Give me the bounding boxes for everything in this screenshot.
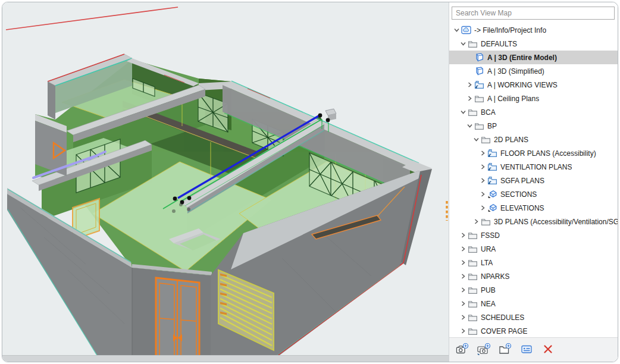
chevron-icon[interactable] <box>459 40 467 48</box>
tree-row-11[interactable]: SGFA PLANS <box>449 174 618 187</box>
3d-view-icon <box>474 67 484 76</box>
project-cloud-icon <box>461 26 471 34</box>
chevron-icon[interactable] <box>459 245 467 253</box>
3d-view-icon <box>474 53 484 62</box>
chevron-icon[interactable] <box>479 204 487 212</box>
tree-item-label: A | 3D (Entire Model) <box>487 54 557 62</box>
tree-row-9[interactable]: FLOOR PLANS (Accessibility) <box>449 146 618 160</box>
folder-icon <box>468 313 478 322</box>
chevron-icon[interactable] <box>472 136 480 143</box>
tree-row-13[interactable]: ELEVATIONS <box>449 201 618 215</box>
tree-item-label: 3D PLANS (Accessibility/Ventilation/SGFA… <box>494 218 618 226</box>
chevron-icon[interactable] <box>472 218 480 225</box>
chevron-icon[interactable] <box>459 231 467 239</box>
folder-icon <box>468 231 478 240</box>
tree-row-21[interactable]: SCHEDULES <box>449 310 618 324</box>
chevron-icon[interactable] <box>466 81 474 89</box>
view-map-panel: -> File/Info/Project Info DEFAULTS A | 3… <box>449 2 618 362</box>
chevron-icon[interactable] <box>459 286 467 294</box>
chevron-icon[interactable] <box>459 108 467 116</box>
tree-row-7[interactable]: BP <box>449 119 618 133</box>
delete-button[interactable] <box>540 342 556 357</box>
red-guideline <box>6 7 178 30</box>
tree-row-12[interactable]: SECTIONS <box>449 187 618 201</box>
chevron-icon <box>466 54 474 61</box>
red-x-icon <box>543 344 553 356</box>
tree-row-1[interactable]: DEFAULTS <box>449 37 618 51</box>
tree-row-22[interactable]: COVER PAGE <box>449 324 618 337</box>
tree-row-14[interactable]: 3D PLANS (Accessibility/Ventilation/SGFA… <box>449 215 618 228</box>
folder-icon <box>474 94 484 103</box>
add-current-view-button[interactable] <box>454 342 471 357</box>
building-model <box>7 54 447 359</box>
view-settings-button[interactable] <box>518 342 535 357</box>
tree-item-label: BP <box>487 122 497 130</box>
linked-folder-icon <box>487 162 497 171</box>
tree-item-label: -> File/Info/Project Info <box>474 26 546 34</box>
folder-icon <box>468 244 478 253</box>
chevron-icon[interactable] <box>466 122 474 130</box>
tree-row-10[interactable]: VENTILATION PLANS <box>449 160 618 174</box>
chevron-icon[interactable] <box>459 272 467 280</box>
folder-icon <box>468 272 478 281</box>
chevron-icon[interactable] <box>479 190 487 198</box>
tree-item-label: NEA <box>481 300 496 308</box>
chevron-icon[interactable] <box>479 149 487 157</box>
search-box <box>449 2 618 21</box>
tree-row-18[interactable]: NPARKS <box>449 269 618 283</box>
tree-item-label: A | WORKING VIEWS <box>487 81 558 89</box>
3d-viewport[interactable] <box>2 2 449 362</box>
tree-row-3[interactable]: A | 3D (Simplified) <box>449 64 618 78</box>
tree-row-4[interactable]: A | WORKING VIEWS <box>449 78 618 92</box>
tree-item-label: PUB <box>481 286 496 294</box>
tree-row-8[interactable]: 2D PLANS <box>449 133 618 146</box>
tree-row-0[interactable]: -> File/Info/Project Info <box>449 23 618 37</box>
app-window: -> File/Info/Project Info DEFAULTS A | 3… <box>0 0 620 364</box>
tree-item-label: NPARKS <box>481 272 509 281</box>
tree-row-20[interactable]: NEA <box>449 297 618 310</box>
id-card-icon <box>521 344 533 356</box>
tree-row-19[interactable]: PUB <box>449 283 618 297</box>
tree-item-label: FLOOR PLANS (Accessibility) <box>500 149 596 158</box>
chevron-icon[interactable] <box>459 300 467 307</box>
tree-row-17[interactable]: LTA <box>449 256 618 269</box>
search-input[interactable] <box>452 7 615 20</box>
tree-item-label: SECTIONS <box>500 190 537 199</box>
chevron-icon[interactable] <box>459 259 467 266</box>
clone-plus-icon <box>477 343 491 357</box>
folder-icon <box>468 39 478 48</box>
tree-row-2[interactable]: A | 3D (Entire Model) <box>449 51 618 64</box>
tree-row-16[interactable]: URA <box>449 242 618 256</box>
new-folder-button[interactable] <box>497 342 513 357</box>
add-clone-folder-button[interactable] <box>475 342 492 357</box>
tree-item-label: LTA <box>481 259 493 267</box>
tree-row-6[interactable]: BCA <box>449 105 618 119</box>
tree-item-label: VENTILATION PLANS <box>500 163 572 171</box>
chevron-icon[interactable] <box>459 327 467 335</box>
folder-icon <box>468 299 478 308</box>
tree-item-label: BCA <box>481 108 496 117</box>
chevron-icon[interactable] <box>459 313 467 321</box>
chevron-icon[interactable] <box>453 26 461 34</box>
folder-plus-icon <box>499 343 512 357</box>
3d-model-canvas[interactable] <box>2 2 449 359</box>
tree-item-label: FSSD <box>481 231 500 240</box>
chevron-icon[interactable] <box>479 177 487 184</box>
chevron-icon[interactable] <box>479 163 487 171</box>
section-icon <box>487 203 497 212</box>
linked-folder-icon <box>487 176 497 185</box>
folder-icon <box>468 258 478 267</box>
section-icon <box>487 190 497 199</box>
tree-item-label: 2D PLANS <box>494 136 528 144</box>
chevron-icon[interactable] <box>466 95 474 102</box>
viewport-bottom-strip <box>2 355 449 362</box>
folder-icon <box>468 108 478 117</box>
folder-icon <box>468 285 478 294</box>
view-map-window: -> File/Info/Project Info DEFAULTS A | 3… <box>2 2 618 362</box>
chevron-icon <box>466 67 474 75</box>
tree-row-5[interactable]: A | Ceiling Plans <box>449 92 618 105</box>
tree-row-15[interactable]: FSSD <box>449 228 618 242</box>
tree-item-label: URA <box>481 245 496 253</box>
linked-folder-icon <box>474 80 484 89</box>
folder-icon <box>481 217 491 226</box>
